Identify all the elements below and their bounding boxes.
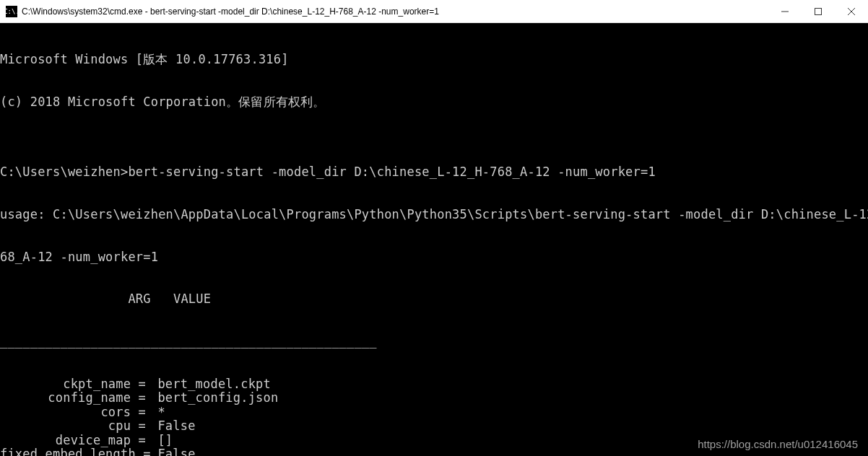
terminal-output[interactable]: Microsoft Windows [版本 10.0.17763.316] (c… (0, 23, 868, 456)
arg-name: config_name = (0, 391, 150, 405)
arg-value: [] (150, 434, 173, 448)
arg-value: False (150, 419, 196, 434)
window-title: C:\Windows\system32\cmd.exe - bert-servi… (22, 6, 768, 17)
copyright-line: (c) 2018 Microsoft Corporation。保留所有权利。 (0, 95, 868, 110)
arg-row: cors = * (0, 405, 868, 420)
maximize-button[interactable] (802, 0, 835, 22)
arg-value: False (150, 447, 196, 456)
arg-name: fixed_embed_length = (0, 447, 150, 456)
usage-line-2: 68_A-12 -num_worker=1 (0, 250, 868, 265)
usage-line-1: usage: C:\Users\weizhen\AppData\Local\Pr… (0, 208, 868, 222)
arg-name: ckpt_name = (0, 377, 150, 392)
close-button[interactable] (835, 0, 868, 22)
svg-rect-1 (815, 8, 822, 14)
minimize-button[interactable] (768, 0, 802, 22)
arg-header: ARG VALUE (0, 292, 868, 307)
watermark-text: https://blog.csdn.net/u012416045 (698, 438, 858, 450)
version-line: Microsoft Windows [版本 10.0.17763.316] (0, 53, 868, 67)
arg-row: cpu = False (0, 419, 868, 434)
arg-name: device_map = (0, 434, 150, 448)
arg-row: ckpt_name = bert_model.ckpt (0, 377, 868, 392)
cmd-icon: C:\. (6, 6, 17, 17)
arg-name: cpu = (0, 419, 150, 434)
prompt-line: C:\Users\weizhen>bert-serving-start -mod… (0, 165, 868, 180)
divider-line: ________________________________________… (0, 335, 868, 349)
arg-row: config_name = bert_config.json (0, 391, 868, 405)
arg-value: bert_model.ckpt (150, 377, 271, 392)
window-controls (768, 0, 868, 22)
arg-value: * (150, 405, 165, 420)
arg-value: bert_config.json (150, 391, 278, 405)
window-titlebar: C:\. C:\Windows\system32\cmd.exe - bert-… (0, 0, 868, 23)
arg-name: cors = (0, 405, 150, 420)
